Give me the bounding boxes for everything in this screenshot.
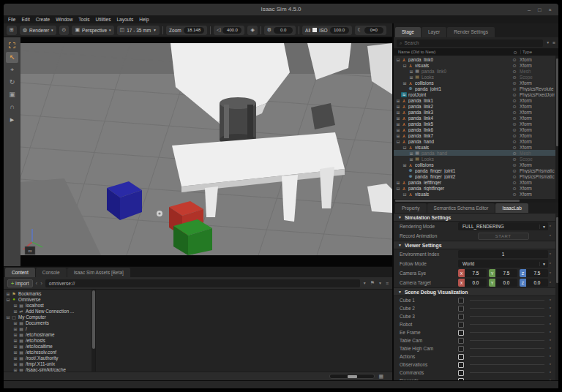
content-tree-item[interactable]: ⊞▤/etc/hostname: [4, 331, 91, 337]
expander-icon[interactable]: ⊞: [12, 350, 18, 355]
expander-icon[interactable]: ⊟: [402, 192, 408, 197]
follow-mode-dropdown[interactable]: World▼: [458, 260, 548, 268]
path-input[interactable]: omniverse://: [45, 279, 360, 287]
expander-icon[interactable]: ⊞: [408, 157, 414, 162]
stage-row[interactable]: ⊞Ypanda_link3⊙Xform: [394, 109, 558, 115]
expander-icon[interactable]: ⊞: [395, 116, 401, 121]
search-input[interactable]: ⌕ Search: [397, 39, 543, 47]
stage-row[interactable]: ⊞Ypanda_leftfinger⊙Xform: [394, 179, 558, 185]
expander-icon[interactable]: ⊞: [402, 162, 408, 167]
stage-row[interactable]: ⊕panda_joint1⊙PhysicsRevolute: [394, 86, 558, 91]
visibility-eye-icon[interactable]: ⊙: [509, 180, 520, 185]
camera-eye-x-field[interactable]: 7.5: [465, 269, 487, 277]
stage-tree-scrollbar[interactable]: [555, 56, 558, 199]
tab-isaaclab[interactable]: IsaacLab: [495, 203, 528, 213]
section-header-viewer-settings[interactable]: ▼Viewer Settings: [394, 241, 558, 249]
expander-icon[interactable]: ⊞: [12, 303, 18, 308]
expander-icon[interactable]: ⊞: [395, 121, 401, 127]
visibility-eye-icon[interactable]: ⊙: [509, 174, 520, 179]
tab-layer[interactable]: Layer: [422, 27, 446, 37]
expander-icon[interactable]: ⊞: [12, 338, 18, 343]
stage-row[interactable]: ⇆rootJoint⊙PhysicsFixedJoin: [394, 91, 558, 97]
robot-checkbox[interactable]: [458, 322, 464, 328]
menu-layouts[interactable]: Layouts: [116, 17, 133, 22]
visibility-column-icon[interactable]: ⊙: [510, 50, 520, 55]
expander-icon[interactable]: ⊞: [12, 344, 18, 349]
shutter-control[interactable]: ☾ 0=0: [355, 26, 386, 35]
tab-stage[interactable]: Stage: [395, 27, 421, 37]
visibility-eye-icon[interactable]: ⊙: [509, 69, 520, 74]
viewport-scene[interactable]: m: [20, 43, 392, 255]
content-tree-scrollbar[interactable]: [91, 290, 95, 372]
bookmark-icon[interactable]: ⚑: [370, 280, 375, 286]
table-cam-checkbox[interactable]: [458, 338, 464, 344]
stage-row[interactable]: ⊞Ypanda_link6⊙Xform: [394, 127, 558, 132]
content-tree-item[interactable]: ⊞▤localhost: [4, 302, 91, 308]
visibility-eye-icon[interactable]: ⊙: [509, 110, 520, 115]
filter-icon[interactable]: ▼: [378, 281, 382, 285]
stage-row[interactable]: ⊞Ypanda_link1⊙Xform: [394, 97, 558, 103]
stage-hscrollbar[interactable]: [394, 199, 558, 203]
scrollbar-thumb[interactable]: [92, 290, 95, 349]
renderer-dropdown[interactable]: ◍ Renderer ▾: [20, 26, 56, 35]
grid-view-icon[interactable]: ▦: [378, 374, 383, 380]
aperture-value-field[interactable]: 400.0: [222, 27, 241, 34]
stage-row[interactable]: ⊟Yvisuals⊙Xform: [394, 144, 558, 150]
scrollbar-thumb[interactable]: [556, 59, 558, 146]
commands-checkbox[interactable]: [458, 370, 464, 376]
expander-icon[interactable]: ⊞: [395, 127, 401, 132]
visibility-eye-icon[interactable]: ⊙: [509, 104, 520, 109]
visibility-eye-icon[interactable]: ⊙: [509, 192, 520, 197]
visibility-eye-icon[interactable]: ⊙: [509, 127, 520, 132]
expander-icon[interactable]: ⊞: [12, 326, 18, 331]
import-button[interactable]: + Import: [7, 279, 33, 287]
rewards-checkbox[interactable]: [458, 378, 464, 381]
visibility-eye-icon[interactable]: ⊙: [509, 186, 520, 191]
expander-icon[interactable]: ⊞: [402, 80, 408, 86]
expander-icon[interactable]: ⊞: [395, 104, 401, 109]
stage-row[interactable]: ⊕panda_finger_joint1⊙PhysicsPrismatic: [394, 167, 558, 173]
expander-icon[interactable]: ⊟: [395, 139, 401, 144]
viewport-layout-button[interactable]: ⊞: [7, 26, 17, 35]
options-icon[interactable]: ≡: [552, 40, 555, 45]
stage-row[interactable]: ⊞▤Looks⊙Scope: [394, 156, 558, 162]
list-view-icon[interactable]: ≡: [386, 281, 389, 286]
stage-row[interactable]: ⊟Yvisuals⊙Xform: [394, 62, 558, 68]
content-tree-item[interactable]: ⊞▤/etc/localtime: [4, 343, 91, 349]
visibility-eye-icon[interactable]: ⊙: [509, 139, 520, 144]
expander-icon[interactable]: ⊞: [12, 355, 18, 361]
expander-icon[interactable]: ⊞: [408, 151, 414, 156]
stage-row[interactable]: ⊞▦panda_hand⊙Mesh: [394, 150, 558, 156]
rendering-mode-dropdown[interactable]: FULL_RENDERING▼: [458, 222, 548, 230]
content-tree-item[interactable]: ⊞▤/etc/hosts: [4, 337, 91, 343]
content-tree-item[interactable]: ⊞▤/etc/resolv.conf: [4, 349, 91, 355]
expander-icon[interactable]: ⊟: [5, 297, 11, 302]
expander-icon[interactable]: ⊞: [408, 75, 414, 80]
observations-checkbox[interactable]: [458, 362, 464, 368]
expander-icon[interactable]: ⊞: [12, 320, 18, 325]
visibility-eye-icon[interactable]: ⊙: [509, 80, 520, 86]
expander-icon[interactable]: ⊞: [12, 332, 18, 337]
lens-dropdown[interactable]: ◫ 17 - 35 mm ▼: [117, 26, 160, 35]
expander-icon[interactable]: ⊞: [5, 291, 11, 296]
menu-file[interactable]: File: [8, 17, 15, 22]
stage-row[interactable]: ⊞Ypanda_link2⊙Xform: [394, 103, 558, 109]
select-region-tool[interactable]: [6, 39, 18, 50]
menu-create[interactable]: Create: [36, 17, 50, 22]
expander-icon[interactable]: ⊞: [408, 69, 414, 74]
slider-thumb[interactable]: [348, 375, 357, 378]
stage-row[interactable]: ⊟Ypanda_hand⊙Xform: [394, 138, 558, 144]
exposure-value-field[interactable]: 0.0: [274, 27, 293, 34]
tab-isaac-sim-assets-beta[interactable]: Isaac Sim Assets [Beta]: [67, 268, 130, 277]
stage-row[interactable]: ⊞Ypanda_link4⊙Xform: [394, 115, 558, 121]
stage-row[interactable]: ⊕panda_finger_joint2⊙PhysicsPrismatic: [394, 173, 558, 179]
camera-target-y-field[interactable]: 0.0: [495, 279, 517, 287]
expander-icon[interactable]: ⊞: [395, 98, 401, 103]
cursor-tool[interactable]: ↖: [6, 52, 18, 63]
stage-row[interactable]: ⊟Yvisuals⊙Xform: [394, 191, 558, 197]
content-tree-item[interactable]: ⊞⇄Add New Connection ...: [4, 308, 91, 314]
cube-3-checkbox[interactable]: [458, 314, 464, 320]
visibility-eye-icon[interactable]: ⊙: [509, 151, 520, 156]
stage-row[interactable]: ⊞Ycollisions⊙Xform: [394, 80, 558, 86]
actions-checkbox[interactable]: [458, 354, 464, 360]
